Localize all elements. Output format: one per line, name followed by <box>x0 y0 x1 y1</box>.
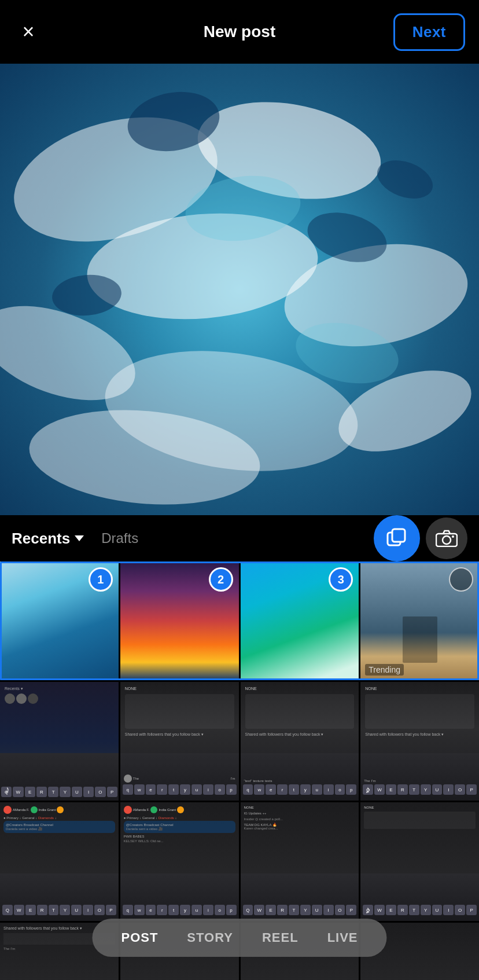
music-badge-8: ♪ <box>365 904 370 916</box>
selection-badge-2: 2 <box>209 567 233 592</box>
grid-row-2: Recents ▾ QWE RTY UIOP ♪ <box>0 682 479 801</box>
pill-story[interactable]: STORY <box>187 930 233 945</box>
grid-cell-11[interactable]: NONE IG Updates ++ Insider ◎ created a p… <box>241 802 359 921</box>
main-preview-image <box>0 64 479 515</box>
trending-label: Trending <box>365 664 404 676</box>
keyboard-overlay-4: The I'm QWE RTY UIOP <box>360 753 479 801</box>
grid-cell-8[interactable]: NONE Shared with followers that you foll… <box>360 682 479 801</box>
bottom-pill-wrapper: POST STORY REEL LIVE <box>92 919 386 957</box>
grid-cell-4[interactable]: Trending <box>360 561 479 680</box>
keyboard-overlay-2: The I'm qwe rty uiop <box>120 753 239 801</box>
keyboard-overlay: QWE RTY UIOP <box>0 753 119 801</box>
grid-cell-6[interactable]: NONE Shared with followers that you foll… <box>120 682 239 801</box>
chevron-down-icon <box>75 535 84 541</box>
recents-dropdown[interactable]: Recents <box>12 530 84 548</box>
grid-cell-3[interactable]: 3 <box>241 561 359 680</box>
recents-bar: Recents Drafts <box>0 515 479 561</box>
svg-point-18 <box>443 536 451 544</box>
keyboard-overlay-5: QWE RTY UIOP <box>0 873 119 921</box>
close-button[interactable]: × <box>14 17 43 46</box>
selection-circle-4 <box>449 567 473 592</box>
grid-cell-7[interactable]: NONE Shared with followers that you foll… <box>241 682 359 801</box>
grid-cell-12[interactable]: NONE QWE RTY UIOP ♪ <box>360 802 479 921</box>
camera-button[interactable] <box>426 517 467 559</box>
grid-cell-1[interactable]: 1 <box>0 561 119 680</box>
keyboard-overlay-3: "text" texture texts qwe rty uiop <box>241 753 359 801</box>
multi-select-icon <box>386 528 407 549</box>
page-title: New post <box>204 23 275 41</box>
svg-rect-15 <box>388 533 400 545</box>
svg-point-19 <box>452 535 454 538</box>
grid-cell-5[interactable]: Recents ▾ QWE RTY UIOP ♪ <box>0 682 119 801</box>
selected-row: 1 2 3 Trending <box>0 561 479 680</box>
music-badge-1: ♪ <box>5 784 10 796</box>
bottom-pill: POST STORY REEL LIVE <box>92 919 386 957</box>
pill-reel[interactable]: REEL <box>262 930 299 945</box>
grid-row-3: AManda F. India Grant ● Primary ↓ Genera… <box>0 802 479 921</box>
camera-icon <box>436 530 458 547</box>
music-badge-4: ♪ <box>365 784 370 796</box>
keyboard-overlay-6: qwe rty uiop <box>120 873 239 921</box>
multi-select-button[interactable] <box>376 517 418 559</box>
grid-cell-10[interactable]: AManda F. India Grant ● Primary ↓ Genera… <box>120 802 239 921</box>
grid-cell-2[interactable]: 2 <box>120 561 239 680</box>
recents-right <box>376 517 467 559</box>
photo-grid: 1 2 3 Trending <box>0 561 479 980</box>
pill-post[interactable]: POST <box>121 930 158 945</box>
keyboard-overlay-8: QWE RTY UIOP <box>360 873 479 921</box>
top-bar: × New post Next <box>0 0 479 64</box>
recents-left: Recents Drafts <box>12 530 138 548</box>
grid-cell-9[interactable]: AManda F. India Grant ● Primary ↓ Genera… <box>0 802 119 921</box>
pill-live[interactable]: LIVE <box>327 930 358 945</box>
next-button[interactable]: Next <box>393 13 465 51</box>
keyboard-overlay-7: QWE RTY UIOP <box>241 873 359 921</box>
selection-badge-3: 3 <box>329 567 353 592</box>
drafts-tab[interactable]: Drafts <box>101 530 138 546</box>
svg-rect-16 <box>392 529 405 542</box>
selection-badge-1: 1 <box>89 567 113 592</box>
